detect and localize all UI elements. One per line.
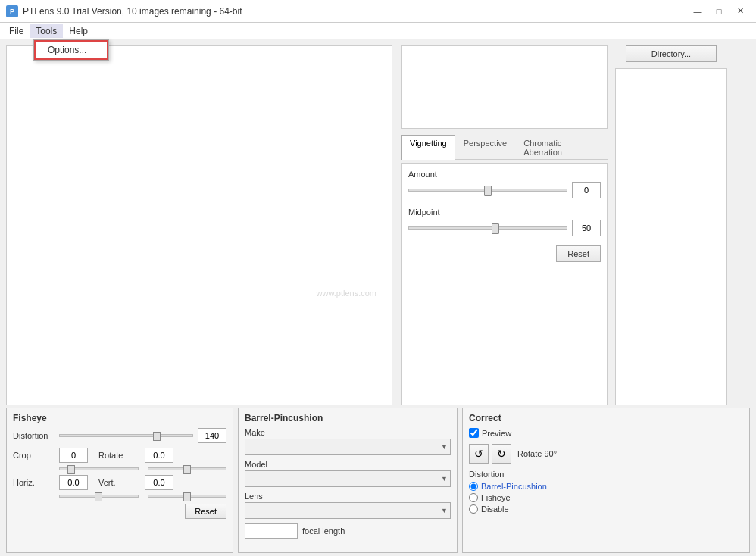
barrel-pincushion-radio-label: Barrel-Pincushion [481,482,547,491]
focal-length-label: focal length [302,526,345,536]
fisheye-panel: Fisheye Distortion 140 Crop 0 Rotate 0.0… [6,408,233,553]
maximize-button[interactable]: □ [709,4,729,19]
barrel-pincushion-radio[interactable] [469,482,478,491]
amount-row: Amount 0 [408,170,601,198]
lens-select[interactable] [245,502,451,519]
title-bar: P PTLens 9.0 Trial Version, 10 images re… [0,0,756,23]
fisheye-distortion-slider[interactable] [59,434,193,437]
fisheye-horiz-value[interactable]: 0.0 [59,475,88,490]
midpoint-slider-track[interactable] [408,226,567,230]
correct-panel: Correct Preview ↺ ↻ Rotate 90° Distortio… [462,408,750,553]
fisheye-rotate-label: Rotate [98,451,140,460]
midpoint-value[interactable]: 50 [572,220,601,236]
minimize-button[interactable]: — [688,4,708,19]
fisheye-horiz-row: Horiz. 0.0 Vert. 0.0 [13,475,226,490]
fisheye-rotate-thumb[interactable] [183,465,191,474]
make-select-wrapper: ▼ [245,439,451,455]
amount-slider-thumb[interactable] [484,186,492,196]
fisheye-vert-value[interactable]: 0.0 [145,475,173,490]
preview-row: Preview [469,428,743,438]
barrel-pincushion-panel: Barrel-Pincushion Make ▼ Model ▼ Lens ▼ [238,408,458,553]
watermark: www.ptlens.com [317,289,376,298]
fisheye-horiz-slider-row [13,495,226,498]
vignetting-reset-row: Reset [408,245,601,262]
menu-tools[interactable]: Tools [30,24,63,38]
fisheye-horiz-slider[interactable] [59,495,139,498]
lens-label: Lens [245,492,451,501]
fisheye-crop-value[interactable]: 0 [59,448,88,463]
tab-perspective[interactable]: Perspective [455,135,515,160]
lens-row: Lens ▼ [245,492,451,519]
focal-length-row: focal length [245,523,451,539]
options-menu-item[interactable]: Options... [34,40,108,60]
fisheye-vert-thumb[interactable] [183,492,191,501]
lens-select-wrapper: ▼ [245,502,451,519]
make-select[interactable] [245,439,451,455]
fisheye-vert-slider[interactable] [148,495,227,498]
amount-label: Amount [408,170,601,179]
fisheye-distortion-label: Distortion [13,431,55,440]
midpoint-slider-thumb[interactable] [492,223,499,234]
fisheye-rotate-slider[interactable] [148,467,227,470]
fisheye-title: Fisheye [13,413,226,423]
fisheye-crop-slider-row [13,467,226,470]
menu-help[interactable]: Help [63,24,94,38]
focal-length-input[interactable] [245,523,298,539]
disable-radio-row: Disable [469,504,743,514]
rotate-ccw-button[interactable]: ↺ [469,444,489,464]
close-button[interactable]: ✕ [730,4,750,19]
preview-image-box [401,45,608,129]
model-select[interactable] [245,470,451,487]
amount-slider-track[interactable] [408,189,567,192]
correct-title: Correct [469,413,743,423]
fisheye-radio[interactable] [469,493,478,502]
fisheye-distortion-value[interactable]: 140 [198,428,226,443]
tools-dropdown: Options... [33,39,109,61]
model-select-wrapper: ▼ [245,470,451,487]
bottom-area: Fisheye Distortion 140 Crop 0 Rotate 0.0… [0,405,756,556]
barrel-pincushion-title: Barrel-Pincushion [245,413,451,423]
make-label: Make [245,428,451,437]
menu-bar: File Tools Help Options... [0,23,756,39]
fisheye-crop-label: Crop [13,451,55,460]
preview-label: Preview [482,429,511,438]
fisheye-horiz-label: Horiz. [13,478,55,487]
fisheye-vert-label: Vert. [98,478,140,487]
fisheye-radio-label: Fisheye [481,493,511,502]
amount-slider-row: 0 [408,182,601,198]
rotate-row: ↺ ↻ Rotate 90° [469,444,743,464]
fisheye-distortion-thumb[interactable] [153,432,161,441]
midpoint-label: Midpoint [408,208,601,217]
tab-bar: Vignetting Perspective Chromatic Aberrat… [401,135,608,160]
distortion-section-label: Distortion [469,470,743,479]
fisheye-reset-button[interactable]: Reset [185,504,226,519]
menu-file[interactable]: File [3,24,30,38]
model-label: Model [245,460,451,469]
window-title: PTLens 9.0 Trial Version, 10 images rema… [23,6,688,17]
disable-radio-label: Disable [481,504,509,514]
rotate90-label: Rotate 90° [517,449,557,458]
make-row: Make ▼ [245,428,451,455]
barrel-pincushion-radio-row: Barrel-Pincushion [469,482,743,491]
preview-checkbox-label[interactable]: Preview [469,428,511,438]
tab-chromatic-aberration[interactable]: Chromatic Aberration [515,135,608,160]
tab-vignetting[interactable]: Vignetting [401,135,455,160]
fisheye-radio-row: Fisheye [469,493,743,502]
midpoint-slider-row: 50 [408,220,601,236]
fisheye-crop-slider[interactable] [59,467,139,470]
fisheye-crop-row: Crop 0 Rotate 0.0 [13,448,226,463]
model-row: Model ▼ [245,460,451,487]
preview-checkbox[interactable] [469,428,479,438]
fisheye-distortion-row: Distortion 140 [13,428,226,443]
fisheye-rotate-value[interactable]: 0.0 [145,448,173,463]
rotate-cw-button[interactable]: ↻ [492,444,511,464]
fisheye-crop-thumb[interactable] [67,465,75,474]
vignetting-reset-button[interactable]: Reset [556,245,601,262]
window-controls: — □ ✕ [688,4,750,19]
app-icon: P [6,5,18,17]
fisheye-horiz-thumb[interactable] [95,492,102,501]
disable-radio[interactable] [469,504,478,514]
directory-button[interactable]: Directory... [626,45,717,62]
midpoint-row: Midpoint 50 [408,208,601,236]
amount-value[interactable]: 0 [572,182,601,198]
